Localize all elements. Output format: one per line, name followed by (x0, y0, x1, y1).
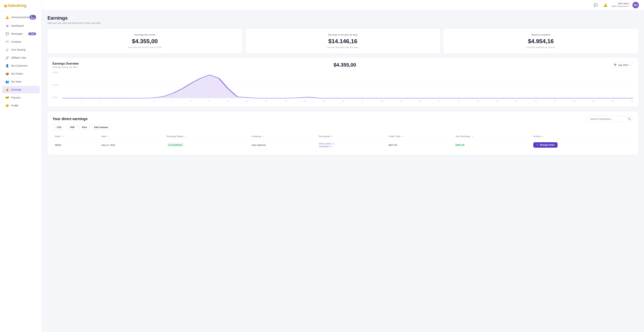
csv-button[interactable]: ↓ CSV (52, 125, 64, 130)
product-link[interactable]: composite x 1 (319, 145, 332, 148)
avatar[interactable]: MJ (632, 2, 639, 8)
sidebar-item-announcements[interactable]: 🔔 Announcements 1 New (2, 13, 40, 22)
cell-customer: John Spencer (249, 140, 316, 150)
x-label: 23 (477, 100, 479, 102)
messages-icon: 💬 (6, 32, 9, 36)
earnings-table: Order ⇅Date ⇅Earnings Status ⇅Customer ⇅… (52, 133, 633, 150)
x-label: 20 (419, 100, 421, 102)
cell-status: Completed (165, 140, 249, 150)
x-label: 29 (592, 100, 594, 102)
y-label: $ 3100 (52, 84, 62, 86)
chat-icon[interactable]: 💬 (592, 2, 599, 8)
sidebar-item-label: Affiliate Links (11, 56, 26, 59)
sidebar-item-label: Cart Sharing (11, 48, 26, 51)
x-label: 28 (573, 100, 575, 102)
x-label: 14 (304, 100, 306, 102)
card-label-2: Balance available (448, 33, 633, 36)
chart-x-labels: 1234567891011121314151617181920212223242… (62, 100, 633, 102)
card-note-1: over the last thirty calendar days (250, 46, 435, 49)
sidebar-item-earnings[interactable]: 💰 Earnings (2, 86, 40, 93)
logo-text-dark: Sales (8, 3, 18, 8)
date-picker-button[interactable]: 📅 July 2021 › (611, 62, 633, 68)
chart-area: $ 6000$ 3100$ 100 1234567891011121314151… (52, 71, 633, 102)
earnings-header: Your direct earnings 🔍 (52, 116, 633, 122)
sort-icon: ⇅ (185, 135, 186, 137)
x-label: 4 (117, 100, 118, 102)
manage-order-button[interactable]: 🛒 Manage Order (533, 142, 558, 148)
sidebar-item-dashboard[interactable]: ⊞ Dashboard (2, 22, 40, 30)
x-label: 27 (554, 100, 556, 102)
user-info: Sales Agent Mike Johansson ▾ (612, 2, 629, 8)
col-purchased[interactable]: Purchased ⇅ (316, 133, 386, 140)
sidebar-item-label: My Customers (11, 64, 28, 67)
sort-icon: ⇅ (402, 135, 403, 137)
cart-icon: 🛒 (536, 144, 539, 146)
search-icon: 🔍 (628, 117, 631, 120)
page-title: Earnings (48, 15, 638, 21)
sidebar-item-affiliate-links[interactable]: 🔗 Affiliate Links (2, 54, 40, 62)
pdf-button[interactable]: ↓ PDF (66, 125, 77, 130)
col-actions[interactable]: Actions ⇅ (531, 133, 633, 140)
sort-icon: ⇅ (263, 135, 264, 137)
cell-actions: 🛒 Manage Order (531, 140, 633, 150)
chart-total: $4.355,00 (334, 62, 356, 68)
page-subtitle: Here you can view and keep track of your… (48, 22, 638, 24)
sidebar-item-payouts[interactable]: 💳 Payouts (2, 94, 40, 101)
sidebar-item-coupons[interactable]: 🏷 Coupons (2, 38, 40, 46)
x-label: 6 (154, 100, 155, 102)
x-label: 13 (284, 100, 286, 102)
col-order[interactable]: Order ⇅ (52, 133, 99, 140)
x-label: 10 (227, 100, 229, 102)
x-label: 12 (265, 100, 267, 102)
sidebar-item-cart-sharing[interactable]: 🛒 Cart Sharing (2, 46, 40, 54)
card-label-0: Earnings this month (52, 33, 237, 36)
x-label: 2 (81, 100, 82, 102)
user-name-text: Mike Johansson (612, 5, 628, 7)
table-head: Order ⇅Date ⇅Earnings Status ⇅Customer ⇅… (52, 133, 633, 140)
x-label: 25 (516, 100, 518, 102)
sidebar-item-label: Earnings (11, 88, 21, 91)
announcements-icon: 🔔 (6, 16, 9, 19)
summary-card-2: Balance available $4.954,16 currently av… (444, 29, 638, 53)
search-input[interactable] (590, 118, 626, 120)
x-label: 31 (631, 100, 633, 102)
cell-purchased: Gold Locker x 1composite x 1 (316, 140, 386, 150)
bell-icon[interactable]: 🔔 (602, 2, 609, 8)
sidebar-item-label: Profile (11, 104, 18, 107)
col-order-total[interactable]: Order Total ⇅ (386, 133, 453, 140)
user-name-btn[interactable]: Mike Johansson ▾ (612, 5, 629, 8)
sidebar-item-profile[interactable]: 🙂 Profile (2, 102, 40, 109)
chart-title-area: Earnings Overview Earnings during July 2… (52, 62, 79, 68)
profile-icon: 🙂 (6, 104, 9, 107)
chart-y-labels: $ 6000$ 3100$ 100 (52, 71, 62, 98)
edit-columns-button[interactable]: Edit Columns (92, 125, 111, 130)
sidebar-item-my-customers[interactable]: 👤 My Customers (2, 62, 40, 70)
sidebar-item-my-team[interactable]: 👥 My Team (2, 78, 40, 85)
sidebar-item-label: Dashboard (11, 24, 24, 27)
chevron-right-icon: › (630, 64, 630, 66)
content: Earnings Here you can view and keep trac… (42, 10, 644, 332)
product-link[interactable]: Gold Locker x 1 (319, 142, 334, 145)
x-label: 21 (438, 100, 440, 102)
topbar: 💬 🔔 Sales Agent Mike Johansson ▾ MJ (42, 0, 644, 10)
print-button[interactable]: Print (79, 125, 90, 130)
col-customer[interactable]: Customer ⇅ (249, 133, 316, 140)
x-label: 3 (99, 100, 100, 102)
action-bar: ↓ CSV↓ PDFPrintEdit Columns (52, 125, 633, 130)
badge-messages: 1 New (28, 33, 36, 35)
card-amount-2: $4.954,16 (448, 38, 633, 45)
sidebar-item-my-orders[interactable]: 📦 My Orders (2, 70, 40, 77)
x-label: 11 (246, 100, 248, 102)
card-amount-1: $14.146,16 (250, 38, 435, 45)
col-earnings-status[interactable]: Earnings Status ⇅ (165, 133, 249, 140)
sidebar-item-messages[interactable]: 💬 Messages 1 New (2, 30, 40, 38)
sort-icon: ⇅ (331, 135, 333, 137)
col-your-earnings[interactable]: Your Earnings ⇅ (453, 133, 531, 140)
sort-icon: ⇅ (62, 135, 64, 137)
summary-cards: Earnings this month $4.355,00 since the … (48, 29, 638, 53)
logo-text-gold: King (18, 3, 26, 8)
table-body: #8063 July 12, 2021 Completed John Spenc… (52, 140, 633, 150)
col-date[interactable]: Date ⇅ (99, 133, 165, 140)
search-box[interactable]: 🔍 (588, 116, 633, 122)
status-badge: Completed (167, 143, 184, 147)
